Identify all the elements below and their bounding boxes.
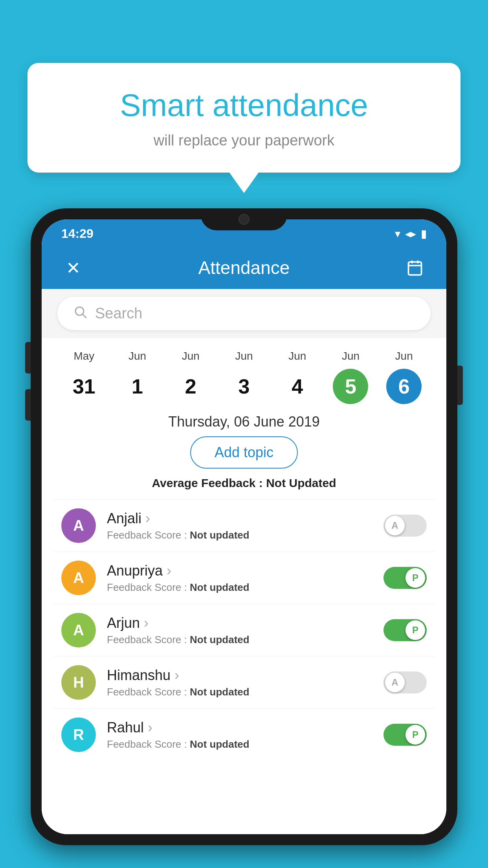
cal-month-label: May xyxy=(73,350,94,362)
status-time: 14:29 xyxy=(61,226,94,241)
avatar: H xyxy=(61,665,96,700)
cal-date-number[interactable]: 31 xyxy=(66,369,102,404)
student-feedback: Feedback Score : Not updated xyxy=(107,581,372,594)
calendar-day[interactable]: Jun4 xyxy=(271,350,324,404)
svg-line-5 xyxy=(83,314,86,318)
cal-month-label: Jun xyxy=(182,350,200,362)
student-row[interactable]: AArjunFeedback Score : Not updatedP xyxy=(53,604,435,656)
attendance-toggle[interactable]: P xyxy=(383,619,427,641)
calendar-day[interactable]: Jun5 xyxy=(324,350,378,404)
cal-month-label: Jun xyxy=(342,350,360,362)
student-feedback: Feedback Score : Not updated xyxy=(107,529,372,541)
calendar-day[interactable]: Jun1 xyxy=(111,350,164,404)
cal-date-number[interactable]: 6 xyxy=(386,369,422,404)
calendar-day[interactable]: Jun3 xyxy=(217,350,271,404)
selected-date: Thursday, 06 June 2019 xyxy=(42,404,446,436)
bubble-subtitle: will replace your paperwork xyxy=(59,132,429,149)
power-button xyxy=(457,366,463,405)
phone-wrapper: 14:29 ▾ ◂▸ ▮ ✕ Attendance xyxy=(31,208,457,868)
calendar-strip: May31Jun1Jun2Jun3Jun4Jun5Jun6 xyxy=(42,338,446,404)
cal-date-number[interactable]: 3 xyxy=(226,369,262,404)
student-name: Anjali xyxy=(107,510,372,527)
average-feedback: Average Feedback : Not Updated xyxy=(42,476,446,499)
student-name: Anupriya xyxy=(107,563,372,579)
student-info: RahulFeedback Score : Not updated xyxy=(107,719,372,750)
calendar-button[interactable] xyxy=(403,256,427,280)
phone-notch xyxy=(201,208,287,230)
content-area: May31Jun1Jun2Jun3Jun4Jun5Jun6 Thursday, … xyxy=(42,338,446,834)
cal-month-label: Jun xyxy=(395,350,413,362)
avatar: R xyxy=(61,717,96,752)
student-info: AnjaliFeedback Score : Not updated xyxy=(107,510,372,541)
avg-feedback-label: Average Feedback : xyxy=(152,476,266,489)
speech-bubble-container: Smart attendance will replace your paper… xyxy=(28,63,460,173)
toggle-switch[interactable]: P xyxy=(383,567,427,589)
calendar-day[interactable]: May31 xyxy=(57,350,111,404)
phone-body: 14:29 ▾ ◂▸ ▮ ✕ Attendance xyxy=(31,208,457,845)
phone-camera xyxy=(238,214,250,225)
search-container: Search xyxy=(42,289,446,338)
calendar-day[interactable]: Jun6 xyxy=(377,350,431,404)
calendar-day[interactable]: Jun2 xyxy=(164,350,217,404)
student-name: Rahul xyxy=(107,719,372,736)
student-name: Arjun xyxy=(107,615,372,631)
volume-down-button xyxy=(25,389,31,421)
student-feedback: Feedback Score : Not updated xyxy=(107,686,372,698)
student-info: HimanshuFeedback Score : Not updated xyxy=(107,667,372,698)
cal-month-label: Jun xyxy=(235,350,253,362)
toggle-knob: A xyxy=(385,673,405,692)
toggle-switch[interactable]: A xyxy=(383,515,427,537)
student-info: ArjunFeedback Score : Not updated xyxy=(107,615,372,646)
cal-month-label: Jun xyxy=(288,350,306,362)
avatar: A xyxy=(61,613,96,647)
phone-screen: 14:29 ▾ ◂▸ ▮ ✕ Attendance xyxy=(42,219,446,834)
attendance-toggle[interactable]: P xyxy=(383,567,427,589)
student-feedback: Feedback Score : Not updated xyxy=(107,738,372,750)
student-row[interactable]: HHimanshuFeedback Score : Not updatedA xyxy=(53,656,435,708)
cal-date-number[interactable]: 1 xyxy=(120,369,155,404)
student-list: AAnjaliFeedback Score : Not updatedAAAnu… xyxy=(42,499,446,761)
toggle-knob: P xyxy=(405,725,425,745)
svg-rect-0 xyxy=(409,262,422,275)
close-button[interactable]: ✕ xyxy=(61,256,85,280)
toggle-switch[interactable]: P xyxy=(383,724,427,746)
bubble-title: Smart attendance xyxy=(59,86,429,124)
student-feedback: Feedback Score : Not updated xyxy=(107,634,372,646)
status-icons: ▾ ◂▸ ▮ xyxy=(395,227,427,240)
avatar: A xyxy=(61,508,96,543)
cal-month-label: Jun xyxy=(128,350,146,362)
add-topic-button[interactable]: Add topic xyxy=(190,436,298,469)
toggle-knob: P xyxy=(405,620,425,640)
student-info: AnupriyaFeedback Score : Not updated xyxy=(107,563,372,594)
student-row[interactable]: AAnjaliFeedback Score : Not updatedA xyxy=(53,499,435,552)
toggle-switch[interactable]: A xyxy=(383,671,427,693)
search-placeholder: Search xyxy=(95,305,415,322)
avatar: A xyxy=(61,561,96,595)
cal-date-number[interactable]: 2 xyxy=(173,369,208,404)
app-bar: ✕ Attendance xyxy=(42,246,446,289)
cal-date-number[interactable]: 4 xyxy=(280,369,315,404)
search-icon xyxy=(73,305,87,322)
attendance-toggle[interactable]: A xyxy=(383,515,427,537)
app-bar-title: Attendance xyxy=(198,257,290,278)
toggle-knob: A xyxy=(385,516,405,535)
signal-icon: ◂▸ xyxy=(405,227,416,240)
search-box[interactable]: Search xyxy=(57,297,431,330)
toggle-switch[interactable]: P xyxy=(383,619,427,641)
cal-date-number[interactable]: 5 xyxy=(333,369,368,404)
student-name: Himanshu xyxy=(107,667,372,684)
attendance-toggle[interactable]: A xyxy=(383,671,427,693)
student-row[interactable]: RRahulFeedback Score : Not updatedP xyxy=(53,708,435,761)
attendance-toggle[interactable]: P xyxy=(383,724,427,746)
avg-feedback-value: Not Updated xyxy=(266,476,336,489)
volume-up-button xyxy=(25,342,31,373)
toggle-knob: P xyxy=(405,568,425,588)
student-row[interactable]: AAnupriyaFeedback Score : Not updatedP xyxy=(53,552,435,604)
battery-icon: ▮ xyxy=(421,227,427,240)
speech-bubble: Smart attendance will replace your paper… xyxy=(28,63,460,173)
wifi-icon: ▾ xyxy=(395,227,400,240)
